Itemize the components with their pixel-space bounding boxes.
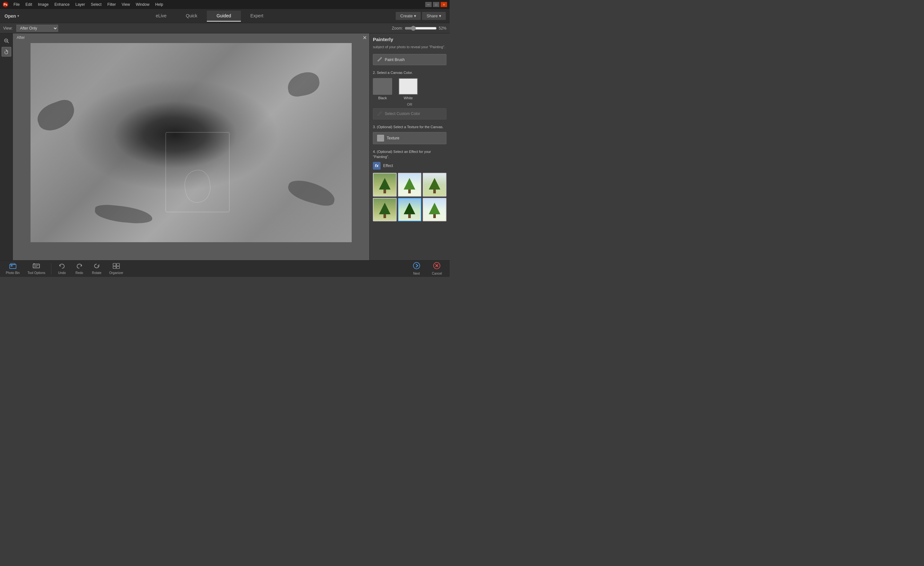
view-dropdown[interactable]: After Only Before Only Before & After — [16, 25, 58, 32]
bottom-bar: Photo Bin Tool Options Undo — [0, 260, 450, 277]
cancel-button[interactable]: Cancel — [427, 261, 447, 276]
undo-icon — [58, 263, 66, 270]
canvas-label: After — [17, 35, 25, 40]
zoom-group: Zoom: 52% — [392, 26, 446, 31]
rotate-button[interactable]: Rotate — [88, 262, 105, 276]
canvas-area: After ✕ — [13, 33, 369, 260]
redo-button[interactable]: Redo — [71, 262, 87, 276]
svg-rect-10 — [33, 263, 34, 264]
header-actions: Create ▾ Share ▾ — [396, 12, 450, 20]
title-bar: Ps File Edit Image Enhance Layer Select … — [0, 0, 450, 9]
step2-section: 2. Select a Canvas Color. Black White OR — [373, 71, 446, 119]
menu-select[interactable]: Select — [88, 2, 104, 8]
white-swatch — [399, 78, 418, 95]
redo-label: Redo — [75, 271, 83, 275]
share-button[interactable]: Share ▾ — [422, 12, 446, 20]
right-panel: Painterly subject of your photo to revea… — [369, 33, 450, 260]
texture-icon — [377, 135, 384, 142]
tab-elive[interactable]: eLive — [146, 11, 176, 21]
step4-section: 4. (Optional) Select an Effect for your … — [373, 149, 446, 221]
tool-options-button[interactable]: Tool Options — [24, 262, 48, 276]
menu-view[interactable]: View — [119, 2, 133, 8]
share-chevron-icon: ▾ — [439, 14, 441, 18]
title-bar-controls: ─ □ ✕ — [425, 2, 447, 7]
rotate-label: Rotate — [92, 271, 101, 275]
black-label: Black — [378, 96, 387, 100]
next-label: Next — [413, 272, 420, 275]
undo-button[interactable]: Undo — [54, 262, 70, 276]
next-button[interactable]: Next — [408, 261, 426, 276]
texture-button[interactable]: Texture — [373, 132, 446, 144]
effect-thumb-1[interactable] — [373, 173, 397, 197]
menu-window[interactable]: Window — [133, 2, 152, 8]
black-swatch — [373, 78, 392, 95]
photo-bin-button[interactable]: Photo Bin — [3, 262, 23, 276]
custom-color-icon — [377, 111, 382, 117]
menu-file[interactable]: File — [11, 2, 22, 8]
panel-description: subject of your photo to reveal your "Pa… — [373, 45, 446, 50]
effect-thumb-5[interactable] — [398, 198, 422, 222]
separator-1 — [51, 263, 51, 275]
view-label: View: — [3, 26, 12, 30]
effect-label: Effect — [383, 164, 393, 168]
effect-thumb-4[interactable] — [373, 198, 397, 222]
svg-point-15 — [413, 263, 420, 269]
panel-title: Painterly — [373, 37, 446, 42]
main-layout: After ✕ Painterly subjec — [0, 33, 450, 260]
close-canvas-button[interactable]: ✕ — [363, 35, 367, 41]
organizer-button[interactable]: Organizer — [106, 262, 126, 276]
zoom-label: Zoom: — [392, 26, 403, 30]
menu-filter[interactable]: Filter — [105, 2, 118, 8]
effect-grid — [373, 173, 446, 221]
photo-bin-label: Photo Bin — [6, 271, 20, 275]
close-button[interactable]: ✕ — [441, 2, 447, 7]
share-label: Share — [426, 14, 438, 18]
effect-thumb-2[interactable] — [398, 173, 422, 197]
nav-tabs: eLive Quick Guided Expert — [24, 11, 396, 21]
menu-enhance[interactable]: Enhance — [52, 2, 72, 8]
tab-guided[interactable]: Guided — [207, 11, 240, 21]
svg-rect-7 — [33, 264, 39, 268]
zoom-tool[interactable] — [2, 36, 11, 46]
zoom-slider[interactable] — [405, 26, 437, 31]
maximize-button[interactable]: □ — [433, 2, 440, 7]
open-button[interactable]: Open ▾ — [0, 12, 24, 21]
effect-thumb-3[interactable] — [423, 173, 446, 197]
canvas-background — [30, 43, 352, 242]
paint-brush-button[interactable]: Paint Brush — [373, 54, 446, 65]
canvas-image — [30, 43, 352, 242]
white-color-option[interactable]: White — [399, 78, 418, 100]
step3-section: 3. (Optional) Select a Texture for the C… — [373, 125, 446, 144]
paint-brush-icon — [377, 57, 382, 63]
effect-header: fx Effect — [373, 162, 446, 170]
create-label: Create — [400, 14, 413, 18]
hand-tool[interactable] — [2, 47, 11, 57]
cancel-label: Cancel — [432, 272, 442, 275]
app-header: Open ▾ eLive Quick Guided Expert Create … — [0, 9, 450, 23]
tool-options-icon — [33, 263, 40, 270]
or-divider: OR — [373, 102, 446, 106]
tool-options-label: Tool Options — [27, 271, 45, 275]
zoom-value: 52% — [439, 26, 446, 30]
app-icon: Ps — [3, 2, 8, 8]
svg-rect-6 — [10, 265, 12, 267]
minimize-button[interactable]: ─ — [425, 2, 432, 7]
custom-color-button[interactable]: Select Custom Color — [373, 108, 446, 120]
canvas-colors: Black White — [373, 78, 446, 100]
step2-title: 2. Select a Canvas Color. — [373, 71, 446, 75]
title-bar-left: Ps File Edit Image Enhance Layer Select … — [3, 2, 166, 8]
organizer-label: Organizer — [109, 271, 123, 275]
menu-help[interactable]: Help — [153, 2, 166, 8]
black-color-option[interactable]: Black — [373, 78, 392, 100]
menu-edit[interactable]: Edit — [23, 2, 34, 8]
tab-expert[interactable]: Expert — [241, 11, 273, 21]
effect-thumb-6[interactable] — [423, 198, 446, 222]
create-button[interactable]: Create ▾ — [396, 12, 421, 20]
menu-layer[interactable]: Layer — [73, 2, 88, 8]
menu-image[interactable]: Image — [35, 2, 51, 8]
redo-icon — [76, 263, 83, 270]
step3-title: 3. (Optional) Select a Texture for the C… — [373, 125, 446, 129]
tab-quick[interactable]: Quick — [176, 11, 207, 21]
menu-bar: File Edit Image Enhance Layer Select Fil… — [11, 2, 166, 8]
left-toolpanel — [0, 33, 13, 260]
